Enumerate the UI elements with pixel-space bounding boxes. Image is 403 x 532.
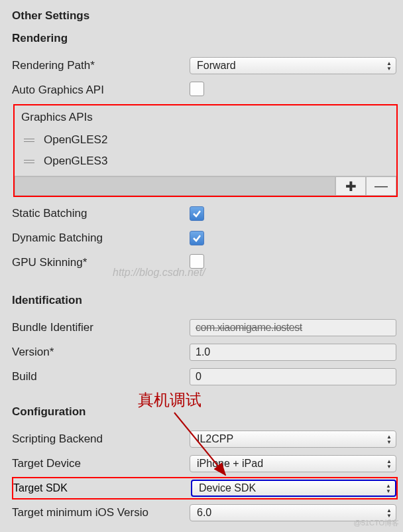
build-input[interactable]	[190, 368, 396, 385]
chevron-updown-icon: ▲▼	[386, 508, 392, 518]
add-button[interactable]: ✚	[335, 176, 366, 196]
target-min-ios-label: Target minimum iOS Versio	[9, 506, 190, 519]
chevron-updown-icon: ▲▼	[386, 61, 392, 71]
version-input[interactable]	[190, 344, 396, 361]
drag-handle-icon[interactable]	[24, 160, 37, 163]
target-sdk-value: Device SDK	[199, 482, 256, 494]
static-batching-label: Static Batching	[9, 207, 190, 220]
bundle-id-input[interactable]	[190, 319, 396, 336]
corner-watermark: @51CTO博客	[354, 518, 399, 528]
rendering-path-value: Forward	[197, 60, 236, 72]
target-device-dropdown[interactable]: iPhone + iPad ▲▼	[190, 455, 396, 472]
rendering-path-label: Rendering Path*	[9, 59, 190, 72]
target-min-ios-value: 6.0	[197, 507, 211, 519]
target-sdk-highlight: Target SDK Device SDK ▲▼	[12, 477, 398, 499]
scripting-backend-label: Scripting Backend	[9, 432, 190, 446]
chevron-updown-icon: ▲▼	[386, 459, 392, 469]
target-device-value: iPhone + iPad	[197, 458, 263, 470]
chevron-updown-icon: ▲▼	[386, 434, 392, 444]
api-name: OpenGLES2	[37, 133, 107, 147]
list-footer: ✚ —	[15, 176, 396, 196]
watermark-text: http://blog.csdn.net/	[113, 267, 205, 279]
target-device-label: Target Device	[9, 457, 190, 470]
drag-handle-icon[interactable]	[24, 139, 37, 142]
static-batching-checkbox[interactable]	[190, 206, 204, 221]
dynamic-batching-checkbox[interactable]	[190, 231, 204, 245]
scripting-backend-value: IL2CPP	[197, 433, 233, 445]
list-item[interactable]: OpenGLES2	[15, 129, 396, 151]
rendering-header: Rendering	[12, 32, 403, 45]
other-settings-header: Other Settings	[12, 9, 403, 23]
version-label: Version*	[9, 346, 190, 359]
scripting-backend-dropdown[interactable]: IL2CPP ▲▼	[190, 431, 396, 448]
build-label: Build	[9, 370, 190, 383]
auto-graphics-label: Auto Graphics API	[9, 84, 190, 97]
identification-header: Identification	[12, 294, 403, 307]
remove-button[interactable]: —	[366, 176, 396, 196]
api-name: OpenGLES3	[37, 155, 107, 168]
rendering-path-dropdown[interactable]: Forward ▲▼	[190, 57, 396, 74]
auto-graphics-checkbox[interactable]	[190, 82, 204, 96]
chevron-updown-icon: ▲▼	[386, 484, 391, 494]
list-item[interactable]: OpenGLES3	[15, 151, 396, 172]
target-sdk-dropdown[interactable]: Device SDK ▲▼	[191, 480, 396, 497]
configuration-header: Configuration	[12, 405, 403, 419]
bundle-id-label: Bundle Identifier	[9, 321, 190, 334]
graphics-apis-title: Graphics APIs	[15, 109, 396, 129]
target-sdk-label: Target SDK	[13, 482, 191, 494]
annotation-text: 真机调试	[138, 389, 202, 411]
graphics-apis-box: Graphics APIs OpenGLES2 OpenGLES3 ✚ —	[13, 104, 398, 197]
dynamic-batching-label: Dynamic Batching	[9, 232, 190, 245]
